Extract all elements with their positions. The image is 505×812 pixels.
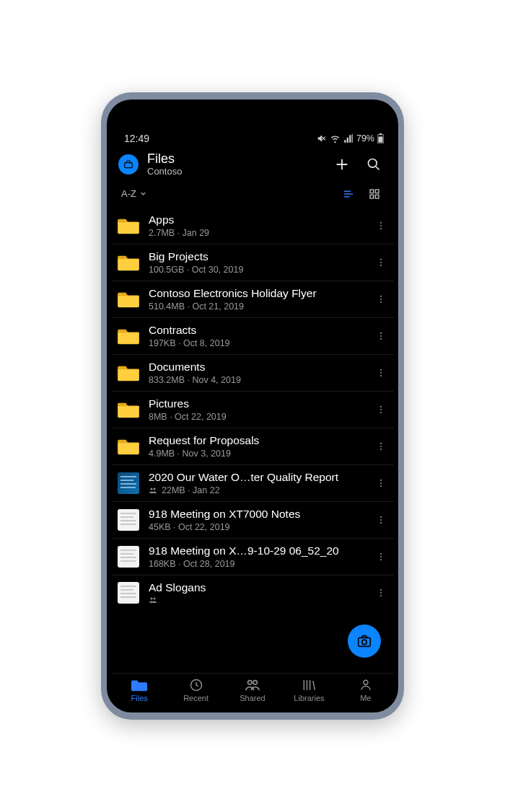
- svg-point-51: [364, 680, 368, 684]
- nav-me[interactable]: Me: [338, 674, 394, 708]
- folder-row[interactable]: Documents 833.2MB · Nov 4, 2019: [111, 354, 394, 391]
- libraries-icon: [302, 678, 316, 692]
- item-meta: 168KB · Oct 28, 2019: [149, 559, 364, 569]
- account-badge[interactable]: [118, 154, 139, 175]
- grid-view-button[interactable]: [365, 185, 384, 203]
- page-subtitle: Contoso: [147, 167, 322, 177]
- folder-row[interactable]: Big Projects 100.5GB · Oct 30, 2019: [111, 244, 394, 281]
- folder-icon: [117, 288, 140, 311]
- svg-point-34: [380, 485, 382, 487]
- nav-shared[interactable]: Shared: [224, 674, 281, 708]
- svg-point-25: [380, 409, 382, 410]
- file-list[interactable]: Apps 2.7MB · Jan 29 Big Projects 100.5GB…: [111, 208, 394, 673]
- sort-bar: A-Z: [111, 182, 394, 208]
- folder-icon: [117, 435, 140, 458]
- nav-files[interactable]: Files: [111, 674, 167, 708]
- mute-icon: [317, 133, 327, 144]
- shared-icon: [245, 678, 260, 692]
- file-row[interactable]: Ad Slogans: [111, 575, 394, 610]
- item-more-button[interactable]: [372, 366, 390, 379]
- item-name: Apps: [149, 213, 364, 226]
- item-meta: 100.5GB · Oct 30, 2019: [149, 265, 364, 275]
- sort-button[interactable]: A-Z: [121, 188, 147, 199]
- nav-libraries[interactable]: Libraries: [281, 674, 337, 708]
- item-name: 2020 Our Water O…ter Quality Report: [149, 471, 364, 484]
- item-meta: 833.2MB · Nov 4, 2019: [149, 375, 364, 385]
- item-more-button[interactable]: [372, 330, 390, 343]
- item-meta: 4.9MB · Nov 3, 2019: [149, 449, 364, 459]
- svg-point-23: [380, 375, 382, 376]
- svg-point-35: [380, 516, 382, 517]
- item-name: Documents: [149, 361, 364, 374]
- phone-frame: 12:49 79% Files: [101, 92, 404, 720]
- svg-point-32: [380, 479, 382, 480]
- item-meta: 22MB · Jan 22: [149, 485, 364, 495]
- svg-point-33: [380, 482, 382, 484]
- search-icon: [366, 157, 381, 172]
- svg-point-29: [380, 449, 382, 450]
- svg-rect-3: [125, 162, 133, 167]
- item-name: Contoso Electronics Holiday Flyer: [149, 287, 364, 300]
- svg-point-21: [380, 369, 382, 370]
- status-bar: 12:49 79%: [111, 128, 394, 146]
- item-name: Ad Slogans: [149, 581, 364, 594]
- svg-point-30: [151, 487, 153, 490]
- grid-view-icon: [369, 188, 380, 200]
- recent-icon: [189, 678, 203, 692]
- folder-row[interactable]: Contracts 197KB · Oct 8, 2019: [111, 317, 394, 354]
- svg-point-24: [380, 405, 382, 407]
- nav-recent[interactable]: Recent: [167, 674, 224, 708]
- svg-point-11: [380, 228, 382, 229]
- svg-point-17: [380, 301, 382, 303]
- item-meta: 8MB · Oct 22, 2019: [149, 412, 364, 422]
- file-thumbnail: [117, 508, 140, 531]
- svg-point-9: [380, 221, 382, 223]
- svg-point-31: [154, 487, 156, 490]
- item-meta: 197KB · Oct 8, 2019: [149, 338, 364, 348]
- folder-icon: [117, 251, 140, 274]
- item-meta: [149, 596, 364, 604]
- folder-row[interactable]: Contoso Electronics Holiday Flyer 510.4M…: [111, 281, 394, 317]
- camera-fab[interactable]: [348, 625, 381, 658]
- item-more-button[interactable]: [372, 293, 390, 306]
- add-button[interactable]: [330, 153, 354, 176]
- list-view-button[interactable]: [339, 185, 358, 203]
- sort-label: A-Z: [121, 188, 136, 199]
- svg-point-45: [380, 595, 382, 596]
- folder-row[interactable]: Apps 2.7MB · Jan 29: [111, 208, 394, 244]
- item-meta: 510.4MB · Oct 21, 2019: [149, 301, 364, 312]
- search-button[interactable]: [362, 153, 385, 176]
- folder-row[interactable]: Pictures 8MB · Oct 22, 2019: [111, 391, 394, 428]
- svg-point-20: [380, 338, 382, 340]
- item-more-button[interactable]: [372, 477, 390, 490]
- svg-point-13: [380, 262, 382, 263]
- nav-label: Shared: [240, 694, 265, 702]
- item-more-button[interactable]: [372, 550, 390, 563]
- battery-text: 79%: [356, 133, 374, 144]
- file-row[interactable]: 2020 Our Water O…ter Quality Report 22MB…: [111, 464, 394, 501]
- svg-point-19: [380, 335, 382, 337]
- item-more-button[interactable]: [372, 403, 390, 416]
- folder-row[interactable]: Request for Proposals 4.9MB · Nov 3, 201…: [111, 428, 394, 464]
- file-row[interactable]: 918 Meeting on XT7000 Notes 45KB · Oct 2…: [111, 501, 394, 538]
- svg-point-49: [248, 681, 252, 685]
- svg-point-16: [380, 299, 382, 300]
- item-more-button[interactable]: [372, 440, 390, 453]
- svg-point-37: [380, 522, 382, 524]
- files-icon: [131, 678, 147, 692]
- item-more-button[interactable]: [372, 513, 390, 526]
- item-name: Request for Proposals: [149, 434, 364, 447]
- svg-point-4: [369, 159, 377, 167]
- item-meta: 45KB · Oct 22, 2019: [149, 522, 364, 532]
- svg-point-10: [380, 225, 382, 226]
- svg-rect-2: [378, 136, 382, 142]
- item-more-button[interactable]: [372, 586, 390, 599]
- list-view-icon: [342, 187, 355, 200]
- svg-rect-6: [375, 190, 379, 193]
- item-more-button[interactable]: [372, 219, 390, 232]
- file-row[interactable]: 918 Meeting on X…9-10-29 06_52_20 168KB …: [111, 538, 394, 575]
- svg-point-50: [253, 681, 258, 685]
- svg-point-28: [380, 446, 382, 447]
- item-more-button[interactable]: [372, 256, 390, 269]
- file-thumbnail: [117, 581, 140, 604]
